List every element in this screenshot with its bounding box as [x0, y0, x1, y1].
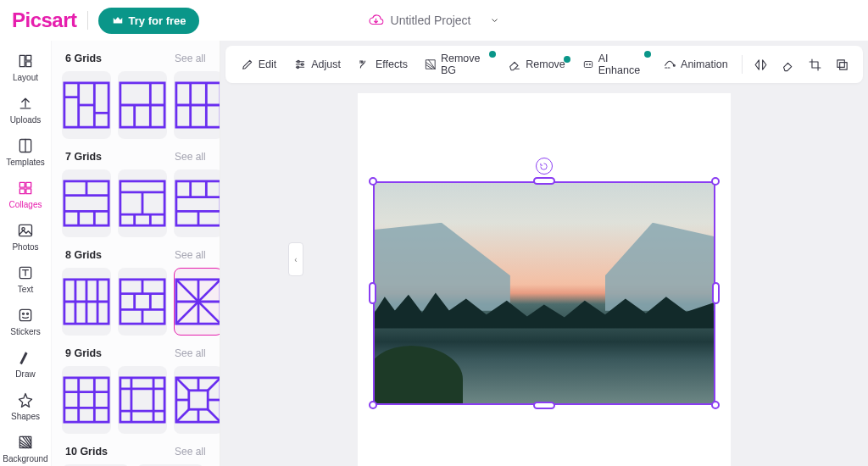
- grid-option-9c[interactable]: [174, 366, 220, 434]
- selected-image[interactable]: [373, 181, 715, 405]
- separator: [87, 11, 88, 30]
- text-icon: [17, 264, 34, 281]
- try-free-button[interactable]: Try for free: [98, 8, 200, 34]
- layers-button[interactable]: [831, 51, 854, 78]
- section-title: 10 Grids: [65, 446, 108, 458]
- sidebar-item-uploads[interactable]: Uploads: [0, 88, 51, 130]
- see-all-link[interactable]: See all: [175, 151, 206, 163]
- sidebar-item-background[interactable]: Background: [0, 427, 51, 466]
- grid-option-6a[interactable]: [62, 71, 111, 139]
- resize-handle-tr[interactable]: [711, 177, 720, 186]
- svg-line-82: [176, 409, 189, 422]
- svg-rect-4: [26, 182, 31, 187]
- remove-bg-button[interactable]: Remove BG: [418, 48, 498, 80]
- svg-rect-0: [19, 55, 25, 66]
- svg-rect-109: [840, 62, 848, 69]
- svg-rect-6: [26, 189, 31, 194]
- svg-rect-68: [64, 378, 108, 422]
- svg-rect-73: [120, 378, 164, 422]
- svg-rect-79: [189, 391, 208, 409]
- erase-button[interactable]: [776, 51, 800, 78]
- collages-icon: [17, 180, 34, 197]
- svg-point-105: [586, 64, 587, 64]
- grid-option-7a[interactable]: [62, 169, 111, 237]
- effects-button[interactable]: fxEffects: [351, 53, 415, 75]
- adjust-button[interactable]: Adjust: [287, 53, 348, 75]
- collapse-panel-button[interactable]: ‹: [288, 242, 303, 276]
- sidebar-item-draw[interactable]: Draw: [0, 342, 51, 385]
- draw-icon: [17, 349, 34, 366]
- cloud-icon: [369, 13, 384, 28]
- project-title[interactable]: Untitled Project: [369, 13, 500, 28]
- resize-handle-right[interactable]: [712, 282, 720, 304]
- stickers-icon: [17, 307, 34, 324]
- edit-button[interactable]: Edit: [234, 53, 284, 75]
- grid-option-9a[interactable]: [62, 366, 111, 434]
- ai-enhance-icon: [582, 58, 594, 71]
- grid-option-8a[interactable]: [62, 268, 111, 336]
- remove-icon: [508, 58, 521, 71]
- see-all-link[interactable]: See all: [175, 446, 206, 458]
- sidebar-item-stickers[interactable]: Stickers: [0, 300, 51, 342]
- collages-panel: 6 GridsSee all 7 GridsSee all 8 GridsSee…: [52, 41, 220, 466]
- section-title: 8 Grids: [65, 249, 102, 261]
- ai-enhance-button[interactable]: AI Enhance: [576, 48, 653, 80]
- canvas[interactable]: [220, 83, 868, 466]
- rotate-handle[interactable]: [536, 158, 553, 175]
- brand-logo[interactable]: Picsart: [12, 8, 77, 32]
- grid-option-7c[interactable]: [174, 169, 220, 237]
- section-title: 7 Grids: [65, 151, 102, 163]
- sidebar-item-layout[interactable]: Layout: [0, 46, 51, 88]
- remove-bg-icon: [425, 58, 437, 71]
- resize-handle-left[interactable]: [369, 282, 376, 304]
- photos-icon: [17, 222, 34, 239]
- resize-handle-tl[interactable]: [369, 177, 377, 186]
- sidebar-item-templates[interactable]: Templates: [0, 130, 51, 173]
- grid-option-6c[interactable]: [174, 71, 220, 139]
- background-icon: [17, 434, 34, 451]
- artboard[interactable]: [358, 93, 731, 466]
- svg-line-83: [208, 409, 220, 422]
- grid-option-9b[interactable]: [118, 366, 167, 434]
- erase-icon: [781, 58, 795, 72]
- edit-icon: [241, 58, 254, 71]
- grid-option-6b[interactable]: [118, 71, 167, 139]
- sidebar-item-text[interactable]: Text: [0, 258, 51, 300]
- svg-point-11: [23, 313, 25, 314]
- flip-button[interactable]: [749, 51, 773, 78]
- svg-point-106: [589, 64, 590, 64]
- grid-option-8b[interactable]: [118, 268, 167, 336]
- sidebar-item-shapes[interactable]: Shapes: [0, 385, 51, 427]
- grid-option-7b[interactable]: [118, 169, 167, 237]
- templates-icon: [17, 137, 34, 154]
- crown-icon: [112, 14, 124, 26]
- crop-icon: [808, 58, 822, 72]
- shapes-icon: [17, 391, 34, 408]
- canvas-toolbar: Edit Adjust fxEffects Remove BG Remove A…: [225, 46, 863, 83]
- see-all-link[interactable]: See all: [175, 347, 206, 359]
- grid-option-8c[interactable]: [174, 268, 220, 336]
- premium-badge: [644, 51, 651, 58]
- resize-handle-br[interactable]: [711, 401, 720, 409]
- sidebar-item-collages[interactable]: Collages: [0, 173, 51, 215]
- resize-handle-bl[interactable]: [369, 401, 377, 409]
- see-all-link[interactable]: See all: [175, 53, 206, 64]
- chevron-down-icon: [489, 15, 499, 25]
- crop-button[interactable]: [804, 51, 827, 78]
- sidebar-item-photos[interactable]: Photos: [0, 215, 51, 258]
- separator: [742, 55, 743, 74]
- layers-icon: [835, 58, 849, 72]
- remove-button[interactable]: Remove: [501, 53, 572, 75]
- resize-handle-top[interactable]: [533, 177, 555, 185]
- flip-icon: [754, 58, 768, 72]
- premium-badge: [564, 56, 570, 63]
- svg-rect-108: [837, 59, 845, 67]
- sidebar: Layout Uploads Templates Collages Photos…: [0, 41, 52, 466]
- animation-button[interactable]: Animation: [656, 53, 735, 75]
- see-all-link[interactable]: See all: [175, 249, 206, 261]
- svg-rect-10: [19, 309, 31, 320]
- resize-handle-bottom[interactable]: [533, 402, 555, 409]
- svg-rect-1: [26, 55, 31, 60]
- svg-rect-3: [19, 182, 25, 187]
- svg-rect-7: [19, 225, 32, 236]
